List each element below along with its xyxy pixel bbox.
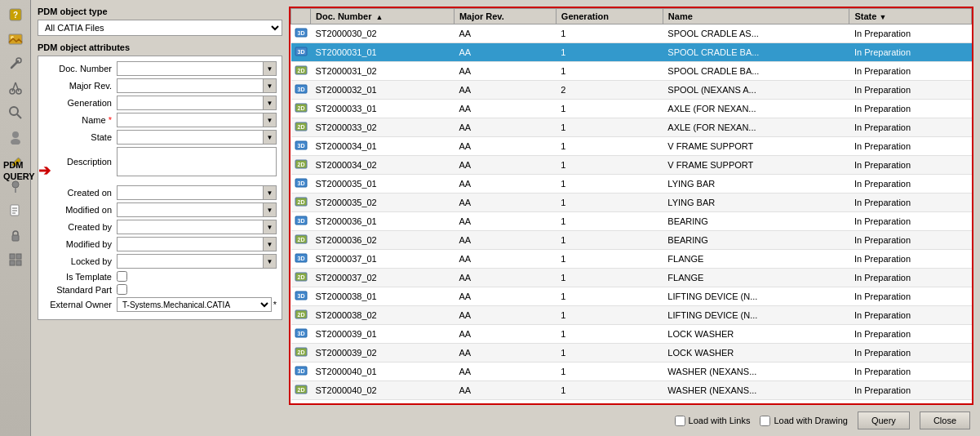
table-row[interactable]: 3DST2000031_01AA1SPOOL CRADLE BA...In Pr… [291,43,972,62]
created-on-input[interactable] [117,185,264,200]
table-row[interactable]: 2DST2000037_02AA1FLANGEIn Preparation [291,269,972,287]
toolbar-icon-doc[interactable] [4,199,27,222]
is-template-checkbox[interactable] [117,271,127,282]
svg-rect-22 [10,254,15,259]
row-major-rev: AA [454,325,556,344]
table-row[interactable]: 3DST2000035_01AA1LYING BARIn Preparation [291,175,972,194]
table-row[interactable]: 3DST2000040_01AA1WASHER (NEXANS...In Pre… [291,363,972,381]
generation-input[interactable] [117,96,264,110]
row-doc-number: ST2000038_02 [311,306,455,325]
results-panel: Doc. Number ▲ Major Rev. Generation Name… [289,7,973,405]
table-row[interactable]: 3DST2000036_01AA1BEARINGIn Preparation [291,212,972,231]
row-generation: 1 [556,363,663,381]
table-row[interactable]: 3DST2000039_01AA1LOCK WASHERIn Preparati… [291,325,972,344]
toolbar-icon-wrench[interactable] [4,52,27,75]
created-on-dropdown[interactable]: ▼ [264,185,277,200]
row-name: SPOOL (NEXANS A... [663,81,849,100]
row-icon-cell: 2D [291,118,311,137]
generation-dropdown[interactable]: ▼ [264,96,277,110]
attributes-label: PDM object attributes [38,42,282,52]
table-row[interactable]: 2DST2000033_01AA1AXLE (FOR NEXAN...In Pr… [291,100,972,118]
locked-by-dropdown[interactable]: ▼ [264,254,277,269]
toolbar-icon-search[interactable] [4,101,27,124]
svg-text:3D: 3D [297,368,304,374]
row-generation: 1 [556,100,663,118]
description-row: Description [43,147,277,176]
external-owner-select[interactable]: T-Systems.Mechanical.CATIA [117,297,272,312]
description-input[interactable] [117,147,277,176]
load-links-option[interactable]: Load with Links [675,416,751,426]
object-type-select[interactable]: All CATIA Files [38,20,282,36]
name-field-container: ▼ [117,113,277,127]
modified-on-input[interactable] [117,202,264,217]
table-row[interactable]: 3DST2000032_01AA2SPOOL (NEXANS A...In Pr… [291,81,972,100]
toolbar-icon-cut[interactable] [4,77,27,100]
col-name[interactable]: Name [663,9,849,24]
toolbar-icon-help[interactable]: ? [4,3,27,26]
row-state: In Preparation [849,287,972,306]
created-by-input[interactable] [117,220,264,234]
table-row[interactable]: 2DST2000033_02AA1AXLE (FOR NEXAN...In Pr… [291,118,972,137]
table-row[interactable]: 3DST2000038_01AA1LIFTING DEVICE (N...In … [291,287,972,306]
toolbar-icon-grid[interactable] [4,248,27,271]
doc-number-input[interactable] [117,61,264,76]
description-label: Description [43,157,117,167]
name-dropdown[interactable]: ▼ [264,113,277,127]
created-by-label: Created by [43,222,117,232]
load-drawing-option[interactable]: Load with Drawing [760,416,848,426]
standard-part-checkbox[interactable] [117,284,127,295]
created-by-dropdown[interactable]: ▼ [264,220,277,234]
table-row[interactable]: 3DST2000030_02AA1SPOOL CRADLE AS...In Pr… [291,24,972,43]
modified-by-dropdown[interactable]: ▼ [264,237,277,251]
table-row[interactable]: 3DST2000041_01AA1ISO 7089_12x24-St-...In… [291,400,972,404]
svg-rect-2 [9,34,22,44]
col-generation[interactable]: Generation [556,9,663,24]
load-links-checkbox[interactable] [675,416,685,426]
toolbar-icon-picture[interactable] [4,28,27,51]
svg-rect-21 [12,235,19,241]
table-row[interactable]: 2DST2000031_02AA1SPOOL CRADLE BA...In Pr… [291,62,972,81]
modified-by-input[interactable] [117,237,264,251]
major-rev-dropdown[interactable]: ▼ [264,78,277,93]
svg-text:3D: 3D [297,143,304,149]
close-button[interactable]: Close [920,412,970,429]
col-major-rev[interactable]: Major Rev. [454,9,556,24]
svg-text:3D: 3D [297,256,304,261]
table-row[interactable]: 2DST2000035_02AA1LYING BARIn Preparation [291,194,972,212]
row-generation: 1 [556,137,663,156]
table-row[interactable]: 2DST2000039_02AA1LOCK WASHERIn Preparati… [291,344,972,363]
col-state[interactable]: State ▼ [849,9,972,24]
row-major-rev: AA [454,24,556,43]
col-doc-number[interactable]: Doc. Number ▲ [311,9,455,24]
table-row[interactable]: 3DST2000037_01AA1FLANGEIn Preparation [291,250,972,269]
svg-point-5 [16,58,21,63]
table-row[interactable]: 3DST2000034_01AA1V FRAME SUPPORTIn Prepa… [291,137,972,156]
state-dropdown[interactable]: ▼ [264,130,277,145]
table-row[interactable]: 2DST2000034_02AA1V FRAME SUPPORTIn Prepa… [291,156,972,175]
row-icon-cell: 2D [291,231,311,250]
row-generation: 1 [556,287,663,306]
row-doc-number: ST2000038_01 [311,287,455,306]
locked-by-input[interactable] [117,254,264,269]
row-major-rev: AA [454,156,556,175]
row-major-rev: AA [454,81,556,100]
results-table-container[interactable]: Doc. Number ▲ Major Rev. Generation Name… [290,8,972,403]
toolbar-icon-person[interactable] [4,126,27,149]
generation-row: Generation ▼ [43,96,277,110]
table-row[interactable]: 2DST2000038_02AA1LIFTING DEVICE (N...In … [291,306,972,325]
modified-on-dropdown[interactable]: ▼ [264,202,277,217]
query-button[interactable]: Query [858,412,910,429]
row-generation: 1 [556,118,663,137]
row-state: In Preparation [849,175,972,194]
table-row[interactable]: 2DST2000040_02AA1WASHER (NEXANS...In Pre… [291,381,972,400]
row-doc-number: ST2000035_01 [311,175,455,194]
name-input[interactable] [117,113,264,127]
major-rev-input[interactable] [117,78,264,93]
row-name: BEARING [663,231,849,250]
load-drawing-checkbox[interactable] [760,416,770,426]
state-input[interactable] [117,130,264,145]
toolbar-icon-lock[interactable] [4,224,27,247]
major-rev-field-container: ▼ [117,78,277,93]
doc-number-dropdown[interactable]: ▼ [264,61,277,76]
table-row[interactable]: 2DST2000036_02AA1BEARINGIn Preparation [291,231,972,250]
